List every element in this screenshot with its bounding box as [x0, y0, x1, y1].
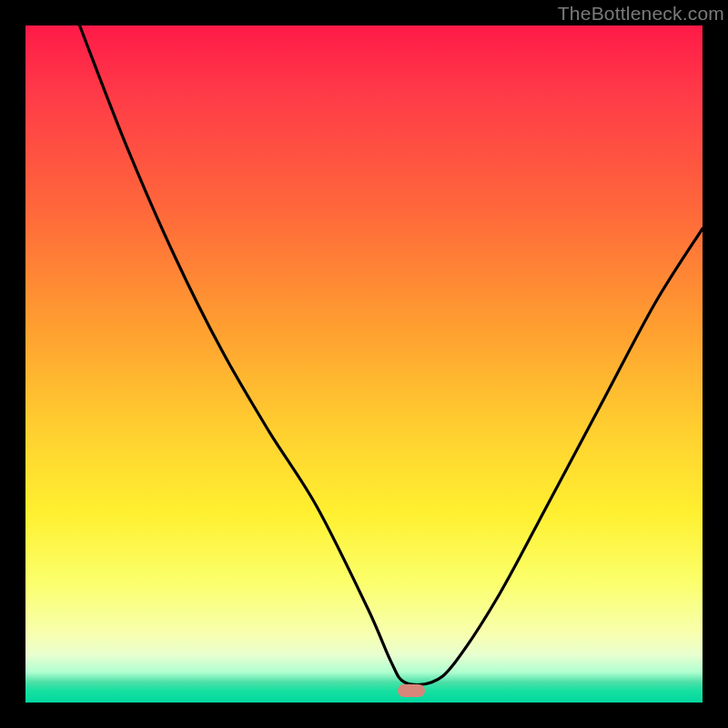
bottleneck-curve — [25, 25, 703, 703]
chart-frame: TheBottleneck.com — [0, 0, 728, 728]
plot-area — [25, 25, 703, 703]
bottleneck-marker — [398, 684, 425, 697]
watermark-text: TheBottleneck.com — [558, 3, 724, 25]
